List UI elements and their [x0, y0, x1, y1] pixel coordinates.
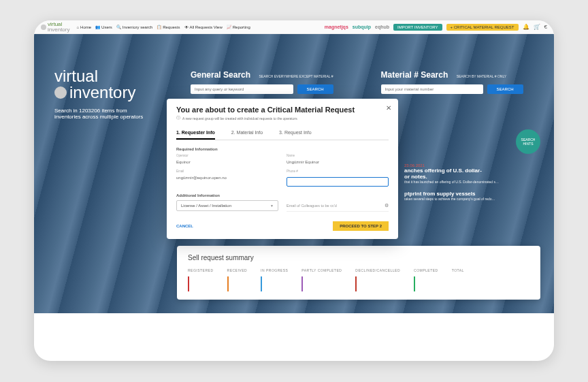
brand-line2: inventory: [48, 27, 69, 33]
logo-icon: [41, 25, 46, 30]
news-item[interactable]: 23.06.2021 anches offering of U.S. dolla…: [404, 163, 540, 184]
cc-field[interactable]: Email of Colleagues to be cc'd ⚙: [287, 200, 389, 212]
general-search-hint: SEARCH EVERYWHERE EXCEPT MATERIAL #: [259, 74, 333, 78]
tablet-frame: virtual inventory ⌂Home 👥Users 🔍Inventor…: [34, 20, 554, 361]
modal-title: You are about to create a Critical Mater…: [176, 106, 389, 114]
news-body: taken several steps to achieve the compa…: [404, 197, 540, 201]
general-search-input[interactable]: [191, 84, 293, 94]
hero-logo-icon: [54, 86, 67, 99]
proceed-button[interactable]: PROCEED TO STEP 2: [333, 221, 389, 231]
search-hints-badge[interactable]: SEARCH HINTS: [516, 129, 540, 154]
critical-request-modal: ✕ You are about to create a Critical Mat…: [167, 99, 398, 239]
summary-col-total: TOTAL: [452, 268, 464, 291]
partner-magnet: magnetjqs: [325, 25, 348, 29]
general-search-block: General Search SEARCH EVERYWHERE EXCEPT …: [191, 68, 333, 94]
nav-reporting[interactable]: 📈Reporting: [227, 25, 250, 29]
summary-col-received: RECEIVED: [227, 268, 248, 291]
news-title: ptprint from supply vessels: [404, 191, 540, 197]
partner-eqhub: eqhub: [375, 25, 389, 29]
summary-col-completed: COMPLETED: [414, 268, 438, 291]
news-body: that it has launched an offering of U.S.…: [404, 180, 540, 184]
critical-request-button[interactable]: + CRITICAL MATERIAL REQUEST: [446, 24, 519, 31]
nav-users[interactable]: 👥Users: [95, 25, 112, 29]
nav-inventory-search[interactable]: 🔍Inventory search: [116, 25, 152, 29]
search-row: General Search SEARCH EVERYWHERE EXCEPT …: [191, 68, 534, 94]
general-search-button[interactable]: SEARCH: [297, 84, 333, 94]
partner-logos: magnetjqs subquip eqhub IMPORT INVENTORY…: [325, 24, 547, 31]
main-nav: ⌂Home 👥Users 🔍Inventory search 📋Requests…: [76, 25, 250, 29]
bell-icon[interactable]: 🔔: [523, 24, 529, 30]
nav-all-requests[interactable]: 👁All Requests View: [184, 25, 223, 29]
summary-columns: REGISTERED RECEIVED IN PROGRESS PARTLY C…: [188, 268, 529, 291]
user-icon[interactable]: €: [544, 24, 547, 30]
license-field[interactable]: License / Asset / Installation ▼: [176, 200, 278, 212]
cart-icon[interactable]: 🛒: [534, 24, 540, 30]
news-title-2: or notes.: [404, 174, 540, 180]
modal-actions: CANCEL PROCEED TO STEP 2: [176, 221, 389, 231]
brand-logo[interactable]: virtual inventory: [41, 22, 69, 33]
news-title: anches offering of U.S. dollar-: [404, 168, 540, 174]
nav-requests[interactable]: 📋Requests: [157, 25, 180, 29]
hero-subtitle: Search in 1203206 items from inventories…: [54, 108, 150, 120]
summary-card: Sell request summary REGISTERED RECEIVED…: [177, 246, 540, 300]
additional-info-label: Additional Information: [176, 193, 389, 197]
summary-col-inprogress: IN PROGRESS: [261, 268, 288, 291]
nav-home[interactable]: ⌂Home: [76, 25, 91, 29]
step-material-info[interactable]: 2. Material Info: [231, 127, 263, 140]
cancel-button[interactable]: CANCEL: [176, 224, 193, 228]
material-search-input[interactable]: [381, 84, 483, 94]
license-select[interactable]: License / Asset / Installation ▼: [176, 200, 278, 211]
cc-label: Email of Colleagues to be cc'd: [287, 204, 337, 208]
hero-title-1: virtual: [54, 68, 177, 84]
import-inventory-button[interactable]: IMPORT INVENTORY: [393, 24, 442, 31]
step-requester-info[interactable]: 1. Requester Info: [176, 127, 215, 140]
modal-subtitle: A new request group will be created with…: [176, 115, 389, 121]
summary-col-declined: DECLINED/CANCELLED: [355, 268, 400, 291]
summary-col-partly: PARTLY COMPLETED: [301, 268, 342, 291]
summary-title: Sell request summary: [188, 254, 529, 261]
material-search-block: Material # Search SEARCH BY MATERIAL # O…: [381, 68, 523, 94]
close-icon[interactable]: ✕: [386, 104, 391, 112]
material-search-button[interactable]: SEARCH: [487, 84, 523, 94]
required-info-label: Required Information: [176, 147, 389, 151]
material-search-title: Material # Search: [381, 70, 448, 80]
general-search-title: General Search: [191, 70, 250, 80]
hero-left: virtual inventory Search in 1203206 item…: [54, 68, 177, 120]
partner-subquip: subquip: [353, 25, 371, 29]
gear-icon[interactable]: ⚙: [385, 203, 389, 208]
hero-title-2: inventory: [69, 84, 135, 101]
name-field: Name Ungüzmir Equinor: [287, 154, 389, 167]
news-item[interactable]: ptprint from supply vessels taken severa…: [404, 191, 540, 201]
email-field: Email ungüzmir@equinor.open.no: [176, 170, 278, 187]
modal-steps: 1. Requester Info 2. Material Info 3. Re…: [176, 127, 389, 140]
summary-col-registered: REGISTERED: [188, 268, 214, 291]
material-search-hint: SEARCH BY MATERIAL # ONLY: [457, 74, 506, 78]
phone-field[interactable]: Phone #: [287, 170, 389, 187]
step-request-info[interactable]: 3. Request Info: [279, 127, 311, 140]
chevron-down-icon: ▼: [270, 204, 274, 208]
topbar: virtual inventory ⌂Home 👥Users 🔍Inventor…: [34, 20, 554, 34]
news-panel: 23.06.2021 anches offering of U.S. dolla…: [404, 163, 540, 208]
operator-field: Operator Equinor: [176, 154, 278, 167]
phone-input[interactable]: [287, 177, 389, 187]
